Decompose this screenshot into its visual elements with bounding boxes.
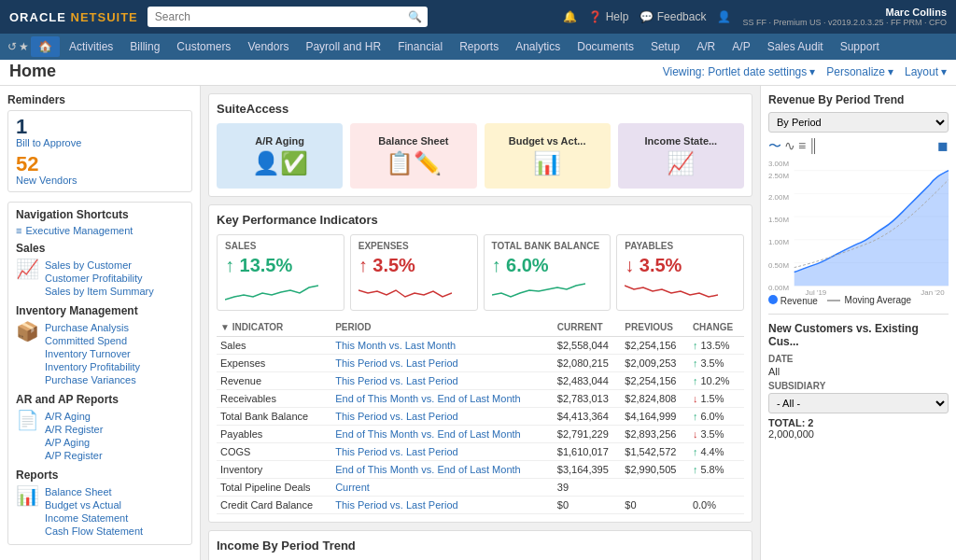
suite-card-ar-aging[interactable]: A/R Aging 👤✅ xyxy=(217,123,343,189)
inventory-profitability-link[interactable]: Inventory Profitability xyxy=(45,361,140,372)
cell-period: This Period vs. Last Period xyxy=(331,355,554,372)
revenue-svg: 0.00M 0.50M 1.00M 1.50M 2.00M 2.50M 3.00… xyxy=(768,161,949,296)
nav-item-documents[interactable]: Documents xyxy=(569,36,641,57)
income-statement-link[interactable]: Income Statement xyxy=(45,512,143,524)
kpi-card-expenses: EXPENSES ↑ 3.5% xyxy=(350,234,478,311)
nav-back-icon[interactable]: ↺ xyxy=(7,40,17,53)
income-trend-widget: Income By Period Trend xyxy=(208,530,752,560)
nav-item-payroll[interactable]: Payroll and HR xyxy=(298,36,388,57)
nav-item-customers[interactable]: Customers xyxy=(169,36,238,57)
cell-period: This Period vs. Last Period xyxy=(331,497,554,514)
personalize-link[interactable]: Personalize ▾ xyxy=(826,65,893,78)
shortcuts-title: Navigation Shortcuts xyxy=(16,208,184,221)
cell-change: ↓ 3.5% xyxy=(689,426,744,443)
kpi-cards: SALES ↑ 13.5% EXPENSES ↑ 3.5% TOTAL BANK… xyxy=(217,234,744,311)
top-bar: ORACLE NETSUITE 🔍 🔔 ❓ Help 💬 Feedback 👤 … xyxy=(0,0,956,34)
cell-indicator: Expenses xyxy=(217,355,331,372)
customer-profitability-link[interactable]: Customer Profitability xyxy=(45,273,154,284)
kpi-payables-label: PAYABLES xyxy=(625,241,736,251)
ar-aging-link[interactable]: A/R Aging xyxy=(45,411,103,422)
hamburger-icon: ≡ xyxy=(16,225,21,236)
right-panel: Revenue By Period Trend By Period 〜 ∿ ≡ … xyxy=(760,86,956,560)
feedback-link[interactable]: 💬 Feedback xyxy=(640,10,706,23)
sort-icon[interactable]: ▼ xyxy=(220,322,230,332)
kpi-title: Key Performance Indicators xyxy=(217,213,744,227)
cell-current: $2,558,044 xyxy=(554,337,622,355)
cell-change: ↑ 3.5% xyxy=(689,355,744,372)
cell-previous: $4,164,999 xyxy=(621,408,689,426)
budget-card-icon: 📊 xyxy=(533,150,561,176)
budget-vs-actual-link[interactable]: Budget vs Actual xyxy=(45,499,143,511)
svg-text:2.00M: 2.00M xyxy=(768,193,789,202)
reports-section-label: Reports xyxy=(16,469,184,482)
balance-sheet-link[interactable]: Balance Sheet xyxy=(45,486,143,497)
nav-item-activities[interactable]: Activities xyxy=(62,36,120,57)
sales-icon: 📈 xyxy=(16,258,39,280)
kpi-expenses-value: ↑ 3.5% xyxy=(358,255,470,276)
ap-aging-link[interactable]: A/P Aging xyxy=(45,437,103,448)
purchase-analysis-link[interactable]: Purchase Analysis xyxy=(45,322,140,333)
nav-item-setup[interactable]: Setup xyxy=(643,36,687,57)
notification-icon[interactable]: 🔔 xyxy=(563,10,577,23)
col-indicator: ▼ INDICATOR xyxy=(217,318,331,337)
nav-item-reports[interactable]: Reports xyxy=(452,36,506,57)
svg-text:1.50M: 1.50M xyxy=(768,216,789,224)
cell-change: ↑ 6.0% xyxy=(689,408,744,426)
kpi-expenses-sparkline xyxy=(358,276,452,304)
ap-register-link[interactable]: A/P Register xyxy=(45,450,103,461)
reminders-section: Reminders 1 Bill to Approve 52 New Vendo… xyxy=(7,93,192,192)
suite-card-balance-sheet[interactable]: Balance Sheet 📋✏️ xyxy=(350,123,476,189)
nav-star-icon[interactable]: ★ xyxy=(19,40,29,53)
area-chart-icon[interactable]: 〜 xyxy=(768,138,781,155)
purchase-variances-link[interactable]: Purchase Variances xyxy=(45,374,140,385)
portlet-settings-link[interactable]: Viewing: Portlet date settings ▾ xyxy=(663,65,816,78)
cell-previous: $0 xyxy=(621,497,689,514)
reminder1-label[interactable]: Bill to Approve xyxy=(16,137,184,148)
sales-by-item-link[interactable]: Sales by Item Summary xyxy=(45,286,154,297)
suite-card-budget[interactable]: Budget vs Act... 📊 xyxy=(485,123,611,189)
kpi-card-payables: PAYABLES ↓ 3.5% xyxy=(616,234,744,311)
cell-current: $2,791,229 xyxy=(554,426,622,443)
subsidiary-dropdown[interactable]: - All - xyxy=(768,393,949,413)
bar-chart-icon[interactable]: ≡ xyxy=(798,138,806,155)
table-row: Sales This Month vs. Last Month $2,558,0… xyxy=(217,337,744,355)
committed-spend-link[interactable]: Committed Spend xyxy=(45,335,140,346)
suite-access-widget: SuiteAccess A/R Aging 👤✅ Balance Sheet 📋… xyxy=(208,93,752,197)
cell-current: 39 xyxy=(554,479,622,497)
reminder2-num: 52 xyxy=(16,154,184,175)
nav-item-billing[interactable]: Billing xyxy=(122,36,167,57)
table-row: Credit Card Balance This Period vs. Last… xyxy=(217,497,744,514)
nav-home-icon[interactable]: 🏠 xyxy=(31,36,60,57)
nav-item-support[interactable]: Support xyxy=(833,36,887,57)
nav-item-financial[interactable]: Financial xyxy=(390,36,450,57)
nav-item-ar[interactable]: A/R xyxy=(689,36,723,57)
inventory-turnover-link[interactable]: Inventory Turnover xyxy=(45,348,140,359)
ar-ap-links: A/R Aging A/R Register A/P Aging A/P Reg… xyxy=(45,409,103,463)
search-input[interactable] xyxy=(148,7,428,27)
cash-flow-link[interactable]: Cash Flow Statement xyxy=(45,525,143,537)
balance-sheet-card-icon: 📋✏️ xyxy=(386,150,442,176)
sales-by-customer-link[interactable]: Sales by Customer xyxy=(45,259,154,271)
line-chart-icon[interactable]: ∿ xyxy=(784,138,795,155)
nav-item-analytics[interactable]: Analytics xyxy=(508,36,568,57)
area-filled-icon[interactable]: ◼ xyxy=(937,138,949,155)
exec-management-link[interactable]: ≡ Executive Management xyxy=(16,225,184,236)
chart-type-icons: 〜 ∿ ≡ ║ ◼ xyxy=(768,138,949,155)
help-link[interactable]: ❓ Help xyxy=(588,10,628,23)
ar-register-link[interactable]: A/R Register xyxy=(45,424,103,435)
cell-current: $4,413,364 xyxy=(554,408,622,426)
by-period-dropdown[interactable]: By Period xyxy=(768,112,949,133)
nav-item-vendors[interactable]: Vendors xyxy=(240,36,296,57)
cell-previous: $2,824,808 xyxy=(621,390,689,408)
column-chart-icon[interactable]: ║ xyxy=(808,138,818,155)
user-subtitle: SS FF · Premium US · v2019.2.0.3.25 · FF… xyxy=(742,18,947,27)
layout-link[interactable]: Layout ▾ xyxy=(905,65,947,78)
nav-bar: ↺ ★ 🏠 Activities Billing Customers Vendo… xyxy=(0,34,956,60)
reminder2-label[interactable]: New Vendors xyxy=(16,175,184,186)
nav-item-sales-audit[interactable]: Sales Audit xyxy=(760,36,831,57)
suite-card-income[interactable]: Income State... 📈 xyxy=(618,123,744,189)
svg-text:Jul '19: Jul '19 xyxy=(806,288,827,296)
kpi-sales-label: SALES xyxy=(225,241,336,251)
nav-item-ap[interactable]: A/P xyxy=(724,36,757,57)
reports-group: 📊 Balance Sheet Budget vs Actual Income … xyxy=(16,484,184,539)
